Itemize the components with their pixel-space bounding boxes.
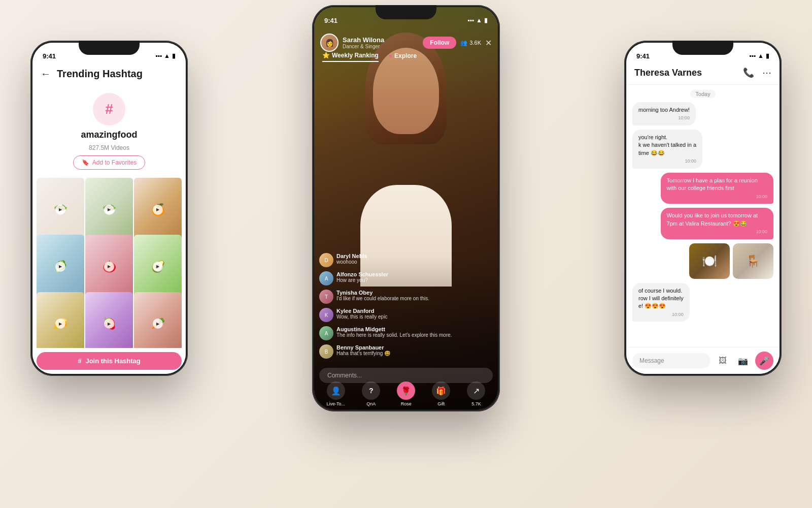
video-thumb-3[interactable]: 🍊 ▶ £27.5k xyxy=(134,178,182,241)
wifi-icon: ▲ xyxy=(164,52,170,59)
share-icon: ↗ xyxy=(467,382,485,400)
message-2-time: 10:00 xyxy=(638,158,696,165)
comment-3: T Tynisha Obey I'd like if we could elab… xyxy=(319,290,493,304)
weekly-ranking-tab[interactable]: ⭐ Weekly Ranking xyxy=(322,52,379,62)
right-wifi-icon: ▲ xyxy=(758,52,764,59)
comment-content-2: Alfonzo Schuessler How are you? xyxy=(336,271,493,283)
more-options-icon[interactable]: ⋯ xyxy=(762,67,771,78)
video-thumb-6[interactable]: 🥑 ▶ £37.5k xyxy=(134,235,182,298)
left-notch xyxy=(79,41,140,55)
comment-1: D Daryl Nehls woohooo xyxy=(319,253,493,267)
video-thumb-7[interactable]: 🧀 ▶ £20.1k xyxy=(37,292,84,348)
play-icon-7: ▶ xyxy=(55,319,65,329)
left-screen: 9:41 ▪▪▪ ▲ ▮ ← Trending Hashtag # amazin… xyxy=(32,43,186,374)
header-action-icons: 📞 ⋯ xyxy=(743,67,771,78)
comment-input[interactable]: Comments... xyxy=(319,368,493,383)
comment-content-5: Augustina Midgett The info here is reall… xyxy=(336,326,493,338)
live-to-button[interactable]: 👤 Live-To... xyxy=(327,382,346,406)
share-button[interactable]: ↗ 5.7K xyxy=(467,382,485,406)
followers-count: 👥 3.6K xyxy=(460,40,481,46)
comment-content-6: Benny Spanbauer Haha that's terrifying 😅 xyxy=(336,344,493,356)
message-1-time: 10:00 xyxy=(638,115,690,121)
message-input[interactable]: Message xyxy=(632,353,710,368)
center-screen: 9:41 ▪▪▪ ▲ ▮ 👩 Sarah Wilona Dancer & Sin… xyxy=(314,7,498,409)
comment-6: B Benny Spanbauer Haha that's terrifying… xyxy=(319,344,493,359)
hashtag-join-icon: # xyxy=(78,357,81,365)
video-thumb-8[interactable]: 🍓 ▶ xyxy=(85,292,133,348)
right-time: 9:41 xyxy=(636,52,650,60)
comment-text-4: Wow, this is really epic xyxy=(336,314,493,320)
center-battery-icon: ▮ xyxy=(484,17,488,24)
comment-username-3: Tynisha Obey xyxy=(336,290,493,296)
play-icon-1: ▶ xyxy=(55,205,65,215)
right-phone-inner: 9:41 ▪▪▪ ▲ ▮ Theresa Varnes 📞 ⋯ Today xyxy=(626,43,780,374)
center-phone-inner: 9:41 ▪▪▪ ▲ ▮ 👩 Sarah Wilona Dancer & Sin… xyxy=(314,7,498,409)
trending-hashtag-title: Trending Hashtag xyxy=(57,68,143,80)
nav-tabs: ⭐ Weekly Ranking ● Explore xyxy=(314,52,498,62)
hashtag-name: amazingfood xyxy=(81,130,138,140)
center-status-icons: ▪▪▪ ▲ ▮ xyxy=(467,17,488,24)
profile-name: Sarah Wilona xyxy=(343,36,419,44)
comment-username-5: Augustina Midgett xyxy=(336,326,493,332)
left-time: 9:41 xyxy=(43,52,56,60)
message-4: Would you like to join us tomorrow at 7p… xyxy=(661,208,773,239)
add-favorites-button[interactable]: 🔖 Add to Favorites xyxy=(73,155,145,170)
message-3-time: 10:00 xyxy=(667,194,767,200)
message-5-time: 10:00 xyxy=(638,311,684,318)
gift-icon: 🎁 xyxy=(432,382,450,400)
message-5: of course I would.row I will definitelye… xyxy=(632,283,690,322)
portrait-figure xyxy=(340,33,472,287)
hashtag-icon-circle: # xyxy=(93,93,125,125)
right-signal-icon: ▪▪▪ xyxy=(749,52,756,59)
video-thumb-1[interactable]: 🥗 ▶ xyxy=(37,178,84,241)
profile-info: Sarah Wilona Dancer & Singer xyxy=(343,36,419,49)
explore-tab[interactable]: ● Explore xyxy=(389,52,417,62)
hashtag-hero: # amazingfood 827.5M Videos 🔖 Add to Fav… xyxy=(32,88,186,178)
message-3: Tomorrow I have a plan for a reunion wit… xyxy=(661,173,773,204)
signal-icon: ▪▪▪ xyxy=(155,52,162,59)
phone-icon[interactable]: 📞 xyxy=(743,67,754,78)
close-button[interactable]: ✕ xyxy=(485,38,492,48)
rose-button[interactable]: 🌹 Rose xyxy=(397,382,415,406)
rose-icon: 🌹 xyxy=(397,382,415,400)
profile-role: Dancer & Singer xyxy=(343,44,419,49)
follow-button[interactable]: Follow xyxy=(423,37,456,49)
image-attach-icon[interactable]: 🖼 xyxy=(715,353,731,369)
video-thumb-4[interactable]: 🥬 ▶ xyxy=(37,235,84,298)
camera-icon[interactable]: 📷 xyxy=(735,353,751,369)
video-thumb-9[interactable]: 🥕 ▶ £37.5k xyxy=(134,292,182,348)
left-phone-inner: 9:41 ▪▪▪ ▲ ▮ ← Trending Hashtag # amazin… xyxy=(32,43,186,374)
comment-text-2: How are you? xyxy=(336,277,493,283)
play-icon-3: ▶ xyxy=(153,205,163,215)
message-2: you're right.k we haven't talked in atim… xyxy=(632,130,702,169)
gift-button[interactable]: 🎁 Gift xyxy=(432,382,450,406)
center-wifi-icon: ▲ xyxy=(476,17,482,24)
hashtag-video-count: 827.5M Videos xyxy=(89,144,129,151)
chat-contact-name: Theresa Varnes xyxy=(634,68,702,78)
play-icon-6: ▶ xyxy=(153,262,163,272)
video-thumb-2[interactable]: 🥗 ▶ xyxy=(85,178,133,241)
message-4-time: 10:00 xyxy=(667,229,767,235)
play-icon-5: ▶ xyxy=(104,262,114,272)
video-thumb-5[interactable]: 🍅 ▶ xyxy=(85,235,133,298)
comment-avatar-2: A xyxy=(319,271,333,285)
comments-list: D Daryl Nehls woohooo A Alfonzo Schuessl… xyxy=(314,253,498,359)
comment-text-6: Haha that's terrifying 😅 xyxy=(336,351,493,356)
star-icon: ⭐ xyxy=(322,52,330,59)
bookmark-icon: 🔖 xyxy=(82,159,89,166)
comment-username-4: Kylee Danford xyxy=(336,308,493,314)
restaurant-image-2: 🪑 xyxy=(733,243,773,279)
back-arrow-icon[interactable]: ← xyxy=(41,68,51,80)
comment-2: A Alfonzo Schuessler How are you? xyxy=(319,271,493,285)
center-status-bar: 9:41 ▪▪▪ ▲ ▮ xyxy=(314,7,498,29)
comment-username-6: Benny Spanbauer xyxy=(336,344,493,351)
message-1: morning too Andrew! 10:00 xyxy=(632,102,696,125)
left-phone: 9:41 ▪▪▪ ▲ ▮ ← Trending Hashtag # amazin… xyxy=(30,41,188,376)
mic-button[interactable]: 🎤 xyxy=(755,352,773,370)
bottom-actions: 👤 Live-To... ? QnA 🌹 Rose 🎁 Gift ↗ xyxy=(314,382,498,406)
qna-button[interactable]: ? QnA xyxy=(362,382,380,406)
profile-avatar[interactable]: 👩 xyxy=(320,34,339,52)
play-icon-4: ▶ xyxy=(55,262,65,272)
date-divider: Today xyxy=(690,90,715,98)
join-hashtag-button[interactable]: # Join this Hashtag xyxy=(37,352,182,370)
